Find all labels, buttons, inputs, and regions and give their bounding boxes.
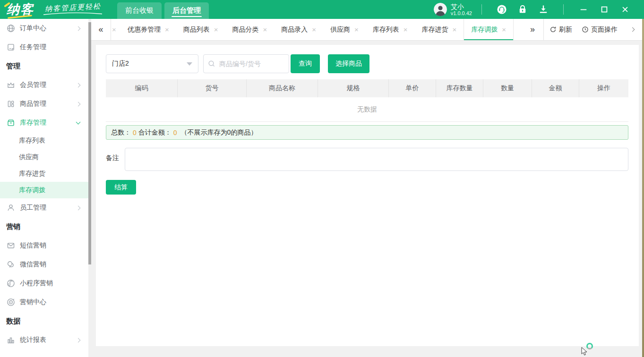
crown-icon (7, 81, 15, 89)
person-icon (7, 204, 15, 212)
sidebar-subitem-inventory-purchase[interactable]: 库存进货 (0, 165, 89, 182)
inventory-box-icon (7, 119, 15, 127)
remark-row: 备注 (106, 148, 629, 171)
sidebar-section-management: 管理 (0, 57, 89, 76)
sidebar-item-marketing-center[interactable]: 营销中心 (0, 293, 89, 312)
remark-label: 备注 (106, 148, 125, 171)
desktop-edge-strip (642, 19, 644, 357)
clock-icon (582, 26, 589, 33)
tab-close-icon[interactable]: × (354, 26, 359, 34)
sidebar-item-task-management[interactable]: 任务管理 (0, 38, 89, 57)
sidebar: 订单中心 任务管理 管理 会员管理 商品管理 库存管理 库存列表 供应商 (0, 19, 89, 357)
amount-label: 合计金额： (138, 128, 172, 137)
sidebar-item-staff-management[interactable]: 员工管理 (0, 198, 89, 217)
sidebar-item-label: 营销中心 (20, 298, 81, 306)
sidebar-item-label: 库存管理 (20, 119, 77, 127)
search-input[interactable] (203, 54, 289, 73)
sidebar-item-label: 订单中心 (20, 24, 77, 33)
sidebar-item-goods-management[interactable]: 商品管理 (0, 94, 89, 113)
sidebar-item-sms-marketing[interactable]: 短信营销 (0, 236, 89, 255)
tab-close-icon[interactable]: × (312, 26, 316, 34)
summary-bar: 总数： 0 合计金额： 0 （不展示库存为0的商品） (106, 125, 628, 140)
tab-goods-category[interactable]: 商品分类 × (225, 19, 275, 40)
close-button[interactable] (620, 5, 630, 14)
amount-value: 0 (172, 129, 179, 136)
divider (543, 19, 544, 40)
maximize-button[interactable] (600, 5, 609, 14)
refresh-button[interactable]: 刷新 (545, 19, 577, 40)
tab-inventory-transfer[interactable]: 库存调拨 × (464, 19, 514, 40)
tab-close-icon[interactable]: × (453, 26, 457, 34)
total-value: 0 (131, 129, 138, 136)
topbar-nav: 前台收银 后台管理 (117, 0, 209, 19)
goods-table: 编码 货号 商品名称 规格 单价 库存数量 数量 金额 操作 无数据 (106, 79, 628, 122)
caret-down-icon (187, 62, 192, 66)
tab-supplier[interactable]: 供应商 × (323, 19, 366, 40)
sidebar-item-miniprogram-marketing[interactable]: 小程序营销 (0, 274, 89, 293)
sidebar-subitem-supplier[interactable]: 供应商 (0, 149, 89, 165)
tabs-scroll-right-button[interactable]: » (523, 19, 542, 40)
customer-service-icon[interactable] (497, 4, 507, 15)
tab-inventory-purchase[interactable]: 库存进货 × (415, 19, 464, 40)
app-logo: 纳客 纳客管店更轻松 (5, 1, 103, 18)
tab-close-icon[interactable]: × (214, 26, 218, 34)
tab-goods-entry[interactable]: 商品录入 × (274, 19, 323, 40)
sidebar-section-data: 数据 (0, 312, 89, 331)
lock-icon[interactable] (517, 4, 528, 15)
sidebar-subitem-inventory-transfer[interactable]: 库存调拨 (0, 182, 89, 198)
store-select[interactable]: 门店2 (106, 54, 198, 73)
sidebar-item-wechat-marketing[interactable]: 微信营销 (0, 255, 89, 274)
miniprogram-icon (7, 279, 15, 288)
nav-backend-management[interactable]: 后台管理 (164, 2, 209, 19)
download-icon[interactable] (538, 4, 549, 15)
sidebar-item-inventory-management[interactable]: 库存管理 (0, 113, 89, 132)
avatar[interactable] (434, 3, 447, 16)
column-header-item-number: 货号 (177, 79, 246, 97)
globe-icon (7, 24, 15, 33)
main-area: « × 优惠券管理 × 商品列表 × 商品分类 × 商品录入 × 供应商 × 库… (91, 19, 642, 357)
sidebar-scrollbar-thumb[interactable] (88, 22, 91, 264)
tab-close-icon[interactable]: × (165, 26, 169, 34)
search-box (203, 54, 289, 73)
sidebar-item-statistics-report[interactable]: 统计报表 (0, 331, 89, 349)
sidebar-item-label: 员工管理 (20, 204, 77, 212)
refresh-icon (550, 26, 557, 33)
divider (563, 4, 564, 15)
sidebar-section-marketing: 营销 (0, 217, 89, 236)
sidebar-item-member-management[interactable]: 会员管理 (0, 76, 89, 94)
select-goods-button[interactable]: 选择商品 (328, 54, 369, 73)
sidebar-scrollbar-track[interactable] (88, 19, 91, 357)
tab-close-icon[interactable]: × (502, 26, 506, 34)
column-header-amount: 金额 (532, 79, 579, 97)
page-operations-button[interactable]: 页面操作 (577, 19, 622, 40)
tab-goods-list[interactable]: 商品列表 × (176, 19, 225, 40)
clipped-tab-close-icon[interactable]: × (111, 19, 120, 40)
tasks-icon (7, 43, 15, 51)
minimize-button[interactable] (579, 5, 588, 14)
user-name: 艾小 (451, 3, 472, 10)
user-info[interactable]: 艾小 v1.0.0.42 (451, 3, 472, 17)
tab-coupon-management[interactable]: 优惠券管理 × (120, 19, 176, 40)
sidebar-subitem-inventory-list[interactable]: 库存列表 (0, 132, 89, 149)
query-button[interactable]: 查询 (291, 54, 320, 73)
tab-inventory-list[interactable]: 库存列表 × (366, 19, 415, 40)
column-header-code: 编码 (106, 79, 177, 97)
sidebar-item-order-center[interactable]: 订单中心 (0, 19, 89, 38)
bar-chart-icon (7, 336, 15, 344)
tab-close-icon[interactable]: × (263, 26, 267, 34)
sidebar-item-label: 会员管理 (20, 81, 77, 89)
remark-textarea[interactable] (125, 148, 628, 171)
search-icon (208, 60, 215, 68)
tab-close-icon[interactable]: × (404, 26, 408, 34)
filter-toolbar: 门店2 查询 选择商品 (106, 54, 629, 73)
column-header-unit-price: 单价 (388, 79, 436, 97)
column-header-actions: 操作 (579, 79, 628, 97)
tools-expand-button[interactable] (622, 19, 642, 40)
table-empty-state: 无数据 (106, 97, 628, 122)
settle-button[interactable]: 结算 (106, 180, 136, 195)
nav-front-cashier[interactable]: 前台收银 (117, 2, 162, 19)
logo-text: 纳客 (5, 1, 36, 18)
tabs-scroll-left-button[interactable]: « (91, 19, 111, 40)
divider (481, 4, 482, 15)
avatar-person-icon (434, 3, 447, 16)
